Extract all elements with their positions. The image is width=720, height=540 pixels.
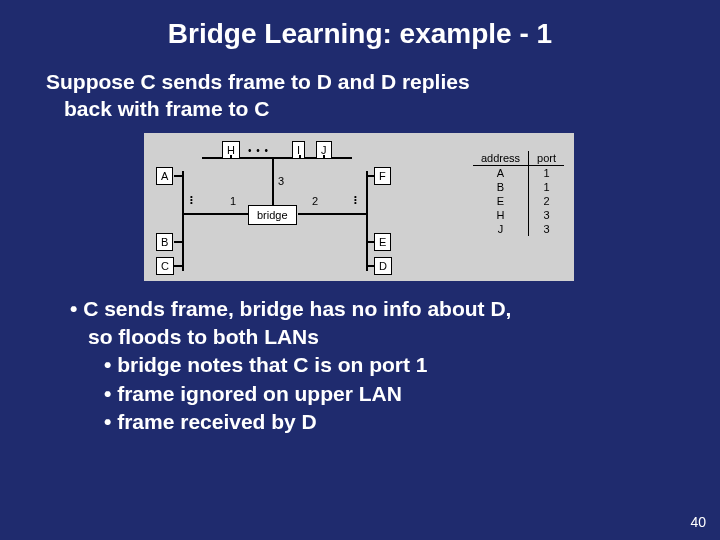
cell-addr: B [473, 180, 529, 194]
stub-i [299, 155, 301, 158]
node-b: B [156, 233, 173, 251]
node-a: A [156, 167, 173, 185]
page-number: 40 [690, 514, 706, 530]
bridge-right-link [298, 213, 367, 215]
port-2-label: 2 [312, 195, 318, 207]
stub-d [367, 265, 375, 267]
cell-addr: E [473, 194, 529, 208]
cell-port: 2 [529, 194, 564, 208]
stub-a [174, 175, 183, 177]
cell-addr: H [473, 208, 529, 222]
bullet-1-line2: so floods to both LANs [70, 325, 319, 348]
stub-e [367, 241, 375, 243]
bullet-1-line1: C sends frame, bridge has no info about … [83, 297, 511, 320]
cell-port: 1 [529, 180, 564, 194]
stub-c [174, 265, 183, 267]
stub-j [323, 155, 325, 158]
table-row: J3 [473, 222, 564, 236]
bullet-list: C sends frame, bridge has no info about … [0, 295, 720, 437]
bullet-4: frame received by D [70, 408, 680, 436]
cell-addr: A [473, 165, 529, 180]
left-lan-line [182, 171, 184, 271]
dots-top: • • • [248, 145, 269, 156]
slide-subtitle: Suppose C sends frame to D and D replies… [0, 68, 720, 123]
dots-left: ••• [190, 195, 193, 204]
bullet-2: bridge notes that C is on port 1 [70, 351, 680, 379]
node-d: D [374, 257, 392, 275]
node-c: C [156, 257, 174, 275]
subtitle-line1: Suppose C sends frame to D and D replies [46, 70, 470, 93]
table-header-address: address [473, 151, 529, 166]
table-header-port: port [529, 151, 564, 166]
stub-h [230, 155, 232, 158]
stub-f [367, 175, 375, 177]
stub-b [174, 241, 183, 243]
table-row: H3 [473, 208, 564, 222]
address-table: address port A1 B1 E2 H3 J3 [473, 151, 564, 236]
cell-port: 3 [529, 208, 564, 222]
bridge-diagram: H I J • • • A B C ••• F E D ••• bridge [144, 133, 574, 281]
port-3-label: 3 [278, 175, 284, 187]
node-bridge: bridge [248, 205, 297, 225]
dots-right: ••• [354, 195, 357, 204]
diagram-container: H I J • • • A B C ••• F E D ••• bridge [144, 133, 574, 281]
bullet-3: frame ignored on upper LAN [70, 380, 680, 408]
table-row: B1 [473, 180, 564, 194]
bullet-1: C sends frame, bridge has no info about … [70, 295, 680, 352]
cell-port: 1 [529, 165, 564, 180]
node-f: F [374, 167, 391, 185]
cell-addr: J [473, 222, 529, 236]
table-row: A1 [473, 165, 564, 180]
subtitle-line2: back with frame to C [46, 97, 269, 120]
slide-title: Bridge Learning: example - 1 [0, 0, 720, 68]
bridge-left-link [183, 213, 248, 215]
node-e: E [374, 233, 391, 251]
cell-port: 3 [529, 222, 564, 236]
port-1-label: 1 [230, 195, 236, 207]
table-row: E2 [473, 194, 564, 208]
right-lan-line [366, 171, 368, 271]
bridge-top-link [272, 158, 274, 205]
